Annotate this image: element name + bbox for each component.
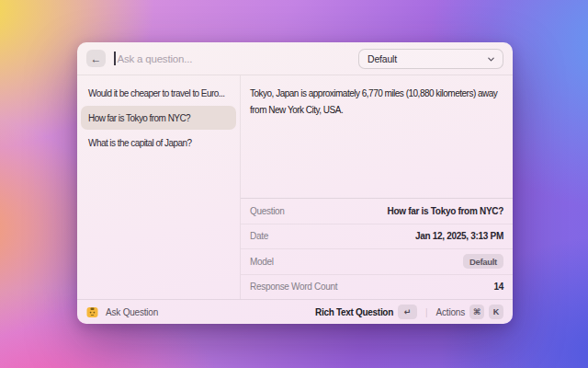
metadata-row-model: Model Default xyxy=(241,248,513,274)
model-default-badge: Default xyxy=(463,254,503,269)
ask-question-icon xyxy=(86,306,98,318)
back-arrow-icon: ← xyxy=(91,52,102,65)
metadata-label: Date xyxy=(250,231,268,241)
model-dropdown-value: Default xyxy=(368,53,487,64)
answer-text: Tokyo, Japan is approximately 6,770 mile… xyxy=(241,75,513,198)
footer-app-label: Ask Question xyxy=(106,307,158,317)
desktop-background: ← Ask a question... Default Would it be … xyxy=(0,0,588,368)
content-area: Would it be cheaper to travel to Euro...… xyxy=(77,75,513,299)
metadata-value: 14 xyxy=(493,282,503,292)
chevron-down-icon xyxy=(487,55,495,63)
back-button[interactable]: ← xyxy=(86,50,106,67)
k-key-icon: K xyxy=(489,305,503,319)
text-cursor xyxy=(114,52,116,65)
list-item-question-1[interactable]: Would it be cheaper to travel to Euro... xyxy=(81,81,236,105)
metadata-row-word-count: Response Word Count 14 xyxy=(241,274,513,300)
status-bar: Ask Question Rich Text Question ↵ | Acti… xyxy=(77,299,513,324)
footer-app: Ask Question xyxy=(86,306,315,318)
metadata-label: Model xyxy=(250,257,274,267)
question-list: Would it be cheaper to travel to Euro...… xyxy=(77,75,241,299)
model-dropdown[interactable]: Default xyxy=(358,49,503,69)
metadata-section: Question How far is Tokyo from NYC? Date… xyxy=(241,198,513,299)
actions-button[interactable]: Actions xyxy=(436,307,465,317)
metadata-row-question: Question How far is Tokyo from NYC? xyxy=(241,199,513,224)
rich-text-question-button[interactable]: Rich Text Question xyxy=(315,307,393,317)
metadata-label: Question xyxy=(250,206,285,216)
metadata-label: Response Word Count xyxy=(250,282,337,292)
list-item-question-2-selected[interactable]: How far is Tokyo from NYC? xyxy=(81,106,236,130)
metadata-value: Jan 12, 2025, 3:13 PM xyxy=(415,231,503,241)
return-key-icon: ↵ xyxy=(398,305,417,319)
footer-actions: Rich Text Question ↵ | Actions ⌘ K xyxy=(315,305,503,319)
metadata-row-date: Date Jan 12, 2025, 3:13 PM xyxy=(241,224,513,249)
footer-divider: | xyxy=(425,307,428,317)
raycast-window: ← Ask a question... Default Would it be … xyxy=(77,42,513,324)
detail-panel: Tokyo, Japan is approximately 6,770 mile… xyxy=(241,75,513,299)
list-item-question-3[interactable]: What is the capital of Japan? xyxy=(81,131,236,155)
command-key-icon: ⌘ xyxy=(469,305,484,319)
metadata-value: How far is Tokyo from NYC? xyxy=(388,206,503,216)
top-bar: ← Ask a question... Default xyxy=(77,42,513,75)
ask-question-input[interactable]: Ask a question... xyxy=(118,53,193,64)
